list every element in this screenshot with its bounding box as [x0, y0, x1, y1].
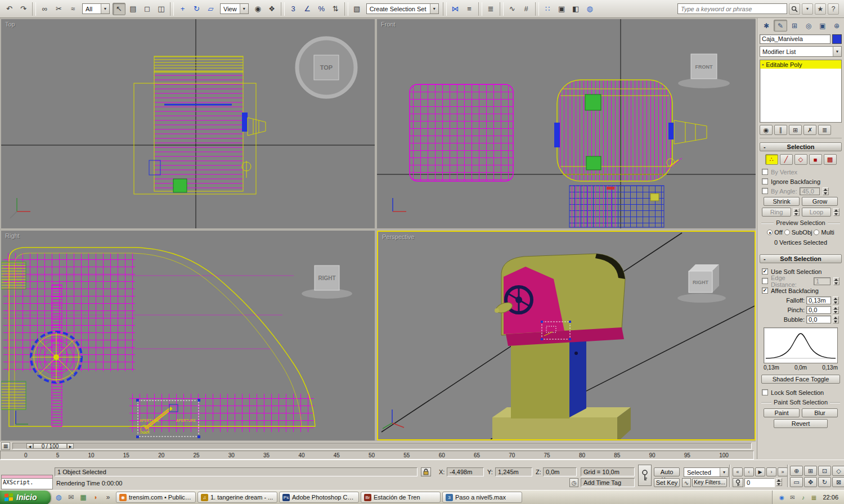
- modifier-stack[interactable]: ▪ Editable Poly: [760, 60, 842, 123]
- tab-modify[interactable]: ✎: [774, 20, 787, 32]
- by-angle-field[interactable]: 45,0: [800, 187, 820, 195]
- quick-launch-mail-icon[interactable]: ✉: [65, 492, 77, 503]
- viewport-perspective[interactable]: Perspective: [377, 231, 756, 440]
- tab-utilities[interactable]: ⊕: [830, 20, 843, 32]
- selection-rollout-header[interactable]: - Selection: [760, 142, 842, 151]
- start-button[interactable]: Inicio: [0, 490, 51, 504]
- polygon-mode-icon[interactable]: ■: [809, 154, 822, 165]
- set-key-button[interactable]: Set Key: [654, 478, 680, 487]
- zoom-icon[interactable]: ⊕: [790, 466, 803, 476]
- select-and-move-icon[interactable]: +: [176, 3, 189, 15]
- by-angle-spinner[interactable]: [823, 187, 829, 195]
- viewport-front[interactable]: Front: [377, 19, 756, 228]
- curve-editor-icon[interactable]: ∿: [506, 3, 519, 15]
- select-by-name-icon[interactable]: ▤: [127, 3, 140, 15]
- collapse-icon[interactable]: -: [764, 255, 766, 263]
- viewport-right[interactable]: Right: [1, 231, 375, 440]
- grow-button[interactable]: Grow: [802, 197, 838, 206]
- by-vertex-checkbox[interactable]: [762, 169, 768, 175]
- mirror-icon[interactable]: ⋈: [449, 3, 462, 15]
- quick-launch-browser-icon[interactable]: ◍: [53, 492, 64, 503]
- selection-lock-toggle[interactable]: [421, 467, 431, 476]
- falloff-field[interactable]: 0,13m: [806, 296, 831, 304]
- key-filters-button[interactable]: Key Filters...: [692, 478, 727, 487]
- chevron-down-icon[interactable]: ▼: [833, 47, 841, 56]
- selection-filter-dropdown[interactable]: All▼: [82, 3, 110, 14]
- tab-display[interactable]: ▣: [816, 20, 829, 32]
- set-key-mode-icon[interactable]: [638, 465, 652, 486]
- maximize-viewport-toggle-icon[interactable]: ⊠: [832, 477, 844, 487]
- zoom-region-icon[interactable]: ▭: [790, 477, 803, 487]
- bind-to-space-warp-icon[interactable]: ≈: [66, 3, 79, 15]
- next-frame-arrow-icon[interactable]: ▶: [67, 443, 74, 449]
- soft-selection-rollout-header[interactable]: - Soft Selection: [760, 254, 842, 263]
- help-icon[interactable]: ?: [828, 3, 839, 15]
- tab-hierarchy[interactable]: ⊞: [788, 20, 801, 32]
- tray-icon-3[interactable]: ♪: [798, 493, 807, 502]
- viewport-front-label[interactable]: Front: [381, 21, 396, 28]
- crank-box-model[interactable]: [492, 254, 631, 439]
- reference-coordinate-dropdown[interactable]: View▼: [220, 3, 249, 14]
- x-coordinate-field[interactable]: -4,498m: [447, 467, 484, 476]
- render-type-icon[interactable]: ◧: [569, 3, 582, 15]
- add-time-tag-field[interactable]: Add Time Tag: [581, 478, 635, 487]
- ring-button[interactable]: Ring: [762, 208, 791, 217]
- quick-render-icon[interactable]: ◍: [583, 3, 596, 15]
- bubble-spinner[interactable]: [833, 316, 839, 323]
- shrink-button[interactable]: Shrink: [764, 197, 800, 206]
- undo-icon[interactable]: ↶: [3, 3, 16, 15]
- key-filters-curve-icon[interactable]: ∿: [682, 478, 691, 487]
- zoom-extents-icon[interactable]: ⊡: [818, 466, 831, 476]
- preview-subobj-radio[interactable]: [784, 230, 790, 235]
- align-icon[interactable]: ≡: [463, 3, 476, 15]
- edge-mode-icon[interactable]: ╱: [780, 154, 793, 165]
- zoom-all-icon[interactable]: ⊞: [804, 466, 817, 476]
- edge-distance-checkbox[interactable]: [762, 278, 768, 284]
- falloff-spinner[interactable]: [833, 296, 839, 304]
- ring-spinner[interactable]: [793, 208, 800, 216]
- time-slider-handle[interactable]: ◀ 0 / 100 ▶: [26, 443, 74, 449]
- previous-frame-icon[interactable]: ‹: [744, 467, 754, 476]
- quick-launch-media-icon[interactable]: ◗: [90, 492, 101, 503]
- select-and-scale-icon[interactable]: ▱: [204, 3, 217, 15]
- snap-toggle-3d-icon[interactable]: 3: [287, 3, 300, 15]
- object-color-swatch[interactable]: [832, 34, 842, 44]
- chevron-down-icon[interactable]: ▼: [430, 4, 438, 14]
- track-bar[interactable]: 0510152025303540455055606570758085909510…: [0, 451, 754, 460]
- blur-button[interactable]: Blur: [802, 408, 838, 417]
- border-mode-icon[interactable]: ◇: [794, 154, 807, 165]
- angle-snap-icon[interactable]: ∠: [301, 3, 314, 15]
- element-mode-icon[interactable]: ▩: [824, 154, 837, 165]
- object-name-field[interactable]: Caja_Manivela: [760, 34, 830, 44]
- tray-icon-1[interactable]: ◉: [777, 493, 786, 502]
- tray-icon-4[interactable]: ▦: [809, 493, 818, 502]
- current-frame-field[interactable]: 0: [744, 478, 775, 487]
- loop-button[interactable]: Loop: [802, 208, 831, 217]
- configure-modifier-sets-icon[interactable]: ≣: [818, 125, 831, 135]
- search-icon[interactable]: [789, 3, 800, 15]
- revert-button[interactable]: Revert: [774, 419, 828, 428]
- named-selection-sets-dropdown[interactable]: Create Selection Set▼: [366, 3, 439, 14]
- perspective-viewcube-gizmo[interactable]: RIGHT: [677, 264, 726, 303]
- lock-soft-selection-checkbox[interactable]: [762, 389, 768, 395]
- time-slider-track[interactable]: ◀ 0 / 100 ▶: [12, 443, 752, 449]
- vertex-mode-icon[interactable]: ∴: [765, 154, 778, 165]
- play-icon[interactable]: ▶: [755, 467, 765, 476]
- search-options-arrow-icon[interactable]: ▼: [802, 3, 813, 15]
- collapse-icon[interactable]: -: [764, 143, 766, 151]
- maxscript-listener-line[interactable]: AXScript.: [1, 479, 53, 489]
- modifier-list-dropdown[interactable]: Modifier List ▼: [760, 46, 842, 57]
- unlink-selection-icon[interactable]: ✂: [52, 3, 65, 15]
- edge-distance-spinner[interactable]: [833, 277, 839, 285]
- edge-distance-field[interactable]: 1: [814, 277, 830, 285]
- percent-snap-icon[interactable]: %: [315, 3, 328, 15]
- zoom-extents-all-icon[interactable]: ◇: [832, 466, 844, 476]
- previous-frame-arrow-icon[interactable]: ◀: [26, 443, 33, 449]
- edit-named-selection-sets-icon[interactable]: ▧: [351, 3, 363, 15]
- preview-off-radio[interactable]: ●: [767, 230, 773, 235]
- select-and-link-icon[interactable]: ∞: [38, 3, 51, 15]
- use-pivot-point-center-icon[interactable]: ◉: [252, 3, 264, 15]
- taskbar-window-button[interactable]: PsAdobe Photoshop CS...: [279, 492, 359, 503]
- pinch-spinner[interactable]: [833, 306, 839, 314]
- open-mini-curve-editor-button[interactable]: ▦: [1, 442, 10, 450]
